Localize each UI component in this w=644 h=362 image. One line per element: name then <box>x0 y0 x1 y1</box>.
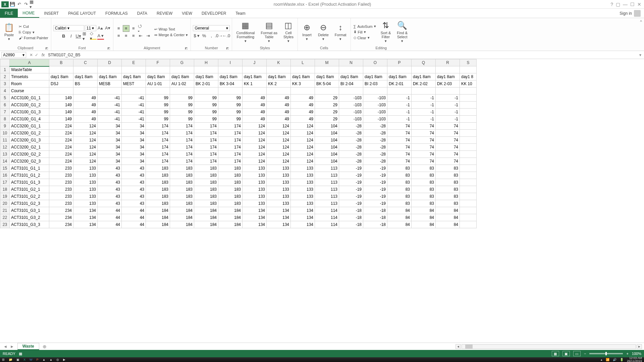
maximize-icon[interactable]: ☐ <box>630 2 635 7</box>
tab-pagelayout[interactable]: PAGE LAYOUT <box>63 9 101 18</box>
number-format-select[interactable]: General ▾ <box>193 25 230 31</box>
dec-decimal-icon[interactable]: ←.0 <box>223 33 229 39</box>
format-painter-button[interactable]: 🖌Format Painter <box>18 36 49 40</box>
fill-button[interactable]: ⬇Fill ▾ <box>353 29 377 35</box>
collapse-ribbon-icon[interactable]: ^ <box>640 19 642 24</box>
window-controls: ? ▢ — ☐ ✕ <box>608 2 644 7</box>
group-label: Font◩ <box>53 45 111 51</box>
cond-format-button[interactable]: ▦ConditionalFormatting ▾ <box>234 20 257 44</box>
merge-icon: ⇔ <box>154 33 157 37</box>
cut-icon: ✂ <box>19 24 22 29</box>
close-icon[interactable]: ✕ <box>637 2 641 7</box>
undo-icon[interactable]: ↶ <box>16 1 22 7</box>
fill-color-button[interactable]: ◇ ▾ <box>90 33 97 40</box>
copy-button[interactable]: ⎘Copy ▾ <box>18 30 49 35</box>
group-label: Alignment◩ <box>115 45 189 51</box>
dialog-launcher-icon[interactable]: ◩ <box>45 47 48 50</box>
signin[interactable]: Sign in <box>620 9 644 18</box>
merge-center-button[interactable]: ⇔Merge & Center ▾ <box>154 33 189 38</box>
cell-styles-button[interactable]: ◫CellStyles ▾ <box>281 20 296 44</box>
tab-insert[interactable]: INSERT <box>39 9 63 18</box>
save-icon[interactable]: 💾 <box>9 1 15 7</box>
formula-input[interactable]: STM3107_G2_B5 <box>46 52 637 58</box>
comma-icon[interactable]: , <box>208 33 215 39</box>
tab-file[interactable]: FILE <box>0 9 18 18</box>
tab-formulas[interactable]: FORMULAS <box>101 9 132 18</box>
group-cells: ⊕Insert▾ ⊖Delete▾ ↕Format▾ Cells <box>298 18 351 51</box>
bold-button[interactable]: B <box>60 33 67 40</box>
italic-button[interactable]: I <box>68 33 74 40</box>
group-label: Cells <box>300 45 348 51</box>
format-table-button[interactable]: ▤Format asTable ▾ <box>259 20 279 44</box>
cut-button[interactable]: ✂Cut <box>18 24 49 29</box>
cond-format-icon: ▦ <box>241 21 249 30</box>
grow-font-icon[interactable]: A▴ <box>97 25 104 32</box>
wrap-text-button[interactable]: ↩Wrap Text <box>154 27 189 32</box>
indent-inc-icon[interactable]: ⇥ <box>145 33 152 39</box>
border-button[interactable]: ⊞ ▾ <box>83 33 89 40</box>
dialog-launcher-icon[interactable]: ◩ <box>107 47 110 50</box>
paste-button[interactable]: 📋Paste▾ <box>2 22 16 42</box>
group-clipboard: 📋Paste▾ ✂Cut ⎘Copy ▾ 🖌Format Painter Cli… <box>0 18 51 51</box>
group-editing: ∑AutoSum ▾ ⬇Fill ▾ ◇Clear ▾ ⇅Sort &Filte… <box>351 18 412 51</box>
tab-developer[interactable]: DEVELOPER <box>197 9 231 18</box>
align-left-icon[interactable]: ≡ <box>115 33 122 39</box>
group-styles: ▦ConditionalFormatting ▾ ▤Format asTable… <box>232 18 298 51</box>
cancel-formula-icon[interactable]: ✕ <box>30 53 33 57</box>
qat-custom-icon[interactable]: ▦ ▾ <box>30 1 36 7</box>
align-top-icon[interactable]: ≡ <box>115 25 122 32</box>
tab-team[interactable]: Team <box>231 9 250 18</box>
table-icon: ▤ <box>265 21 273 30</box>
insert-icon: ⊕ <box>304 23 310 32</box>
fx-icon[interactable]: fx <box>40 53 46 57</box>
percent-icon[interactable]: % <box>201 33 207 39</box>
align-right-icon[interactable]: ≡ <box>130 33 137 39</box>
ribbon-options-icon[interactable]: ▢ <box>616 2 620 7</box>
inc-decimal-icon[interactable]: .0→ <box>215 33 222 39</box>
insert-cells-button[interactable]: ⊕Insert▾ <box>300 22 314 42</box>
autosum-button[interactable]: ∑AutoSum ▾ <box>353 24 377 29</box>
title-bar: X 💾 ↶ ↷ ▦ ▾ roomWaste.xlsx - Excel (Prod… <box>0 0 644 9</box>
align-middle-icon[interactable]: ≡ <box>123 25 129 32</box>
accept-formula-icon[interactable]: ✓ <box>35 53 38 57</box>
name-box[interactable]: A2890▾ <box>1 52 26 58</box>
minimize-icon[interactable]: — <box>623 2 628 7</box>
align-center-icon[interactable]: ≡ <box>123 33 129 39</box>
tab-home[interactable]: HOME <box>18 9 39 18</box>
clear-button[interactable]: ◇Clear ▾ <box>353 35 377 40</box>
font-color-button[interactable]: A ▾ <box>97 33 104 40</box>
find-icon: 🔍 <box>397 21 407 30</box>
sort-filter-button[interactable]: ⇅Sort &Filter ▾ <box>379 20 393 44</box>
excel-icon: X <box>1 1 9 7</box>
format-cells-button[interactable]: ↕Format▾ <box>333 22 348 42</box>
delete-cells-button[interactable]: ⊖Delete▾ <box>316 22 331 42</box>
font-size-select[interactable]: 11 ▾ <box>85 25 96 31</box>
wrap-icon: ↩ <box>154 27 157 32</box>
dialog-launcher-icon[interactable]: ◩ <box>226 47 229 50</box>
sum-icon: ∑ <box>354 24 356 28</box>
sort-icon: ⇅ <box>382 21 389 30</box>
group-alignment: ≡ ≡ ≡ ⭯ ▾ ≡ ≡ ≡ ⇤ ⇥ ↩Wrap Text ⇔Merge & … <box>113 18 191 51</box>
align-bottom-icon[interactable]: ≡ <box>130 25 137 32</box>
quick-access-toolbar: X 💾 ↶ ↷ ▦ ▾ <box>0 1 37 7</box>
find-select-button[interactable]: 🔍Find &Select ▾ <box>395 20 410 44</box>
tab-view[interactable]: VIEW <box>177 9 197 18</box>
tab-review[interactable]: REVIEW <box>152 9 177 18</box>
underline-button[interactable]: U ▾ <box>75 33 82 40</box>
help-icon[interactable]: ? <box>610 2 613 7</box>
delete-icon: ⊖ <box>320 23 327 32</box>
font-name-select[interactable]: Calibri ▾ <box>53 25 84 31</box>
shrink-font-icon[interactable]: A▾ <box>104 25 111 32</box>
window-title: roomWaste.xlsx - Excel (Product Activati… <box>37 2 608 7</box>
dialog-launcher-icon[interactable]: ◩ <box>185 47 188 50</box>
redo-icon[interactable]: ↷ <box>23 1 29 7</box>
expand-formula-icon[interactable]: ▾ <box>637 53 644 57</box>
ribbon-tabs: FILE HOME INSERT PAGE LAYOUT FORMULAS DA… <box>0 9 644 18</box>
currency-icon[interactable]: $ ▾ <box>193 33 200 39</box>
user-icon <box>634 10 641 17</box>
orientation-icon[interactable]: ⭯ ▾ <box>138 25 144 32</box>
group-label: Editing <box>353 45 410 51</box>
clear-icon: ◇ <box>354 36 356 40</box>
tab-data[interactable]: DATA <box>132 9 152 18</box>
indent-dec-icon[interactable]: ⇤ <box>138 33 144 39</box>
